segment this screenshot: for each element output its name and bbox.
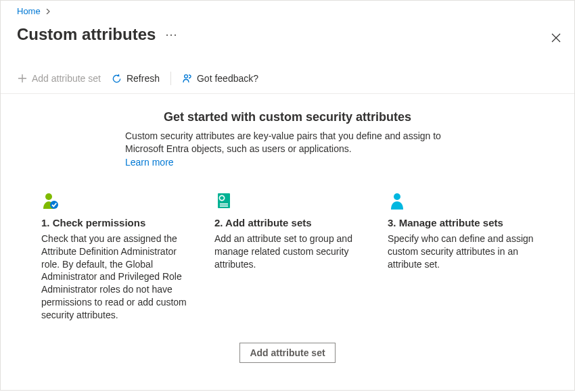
breadcrumb: Home <box>1 1 574 16</box>
command-bar: Add attribute set Refresh Got feedback? <box>1 64 574 94</box>
hero-body: Custom security attributes are key-value… <box>125 130 450 155</box>
refresh-label: Refresh <box>127 73 160 84</box>
svg-point-1 <box>45 193 52 200</box>
feedback-label: Got feedback? <box>197 73 258 84</box>
svg-rect-4 <box>220 203 228 205</box>
hero-heading: Get started with custom security attribu… <box>125 110 450 124</box>
close-button[interactable] <box>551 33 561 45</box>
svg-point-0 <box>185 75 188 78</box>
document-gear-icon <box>214 191 233 210</box>
person-check-icon <box>41 191 60 210</box>
plus-icon <box>17 73 28 84</box>
step1-body: Check that you are assigned the Attribut… <box>41 232 187 322</box>
more-actions-icon[interactable]: ⋯ <box>165 28 179 41</box>
add-attribute-set-command: Add attribute set <box>17 73 101 84</box>
refresh-icon <box>112 73 122 84</box>
step3-title: 3. Manage attribute sets <box>388 217 534 228</box>
step-add-attribute-sets: 2. Add attribute sets Add an attribute s… <box>214 191 361 322</box>
toolbar-separator <box>170 72 171 85</box>
feedback-command[interactable]: Got feedback? <box>182 73 258 84</box>
add-attribute-set-label: Add attribute set <box>32 73 101 84</box>
getting-started-steps: 1. Check permissions Check that you are … <box>41 191 534 322</box>
page-title: Custom attributes <box>17 25 156 44</box>
breadcrumb-home-link[interactable]: Home <box>17 6 41 16</box>
step2-body: Add an attribute set to group and manage… <box>214 232 361 271</box>
svg-point-2 <box>50 201 58 209</box>
feedback-person-icon <box>182 73 193 84</box>
step1-title: 1. Check permissions <box>41 217 187 228</box>
chevron-right-icon <box>45 7 51 16</box>
learn-more-link[interactable]: Learn more <box>125 157 174 168</box>
step-manage-attribute-sets: 3. Manage attribute sets Specify who can… <box>388 191 534 322</box>
add-attribute-set-button[interactable]: Add attribute set <box>239 343 335 363</box>
step3-body: Specify who can define and assign custom… <box>388 232 534 271</box>
svg-point-7 <box>394 193 400 200</box>
step-check-permissions: 1. Check permissions Check that you are … <box>41 191 187 322</box>
refresh-command[interactable]: Refresh <box>112 73 160 84</box>
step2-title: 2. Add attribute sets <box>214 217 361 228</box>
person-icon <box>388 191 407 210</box>
svg-rect-5 <box>220 205 228 207</box>
